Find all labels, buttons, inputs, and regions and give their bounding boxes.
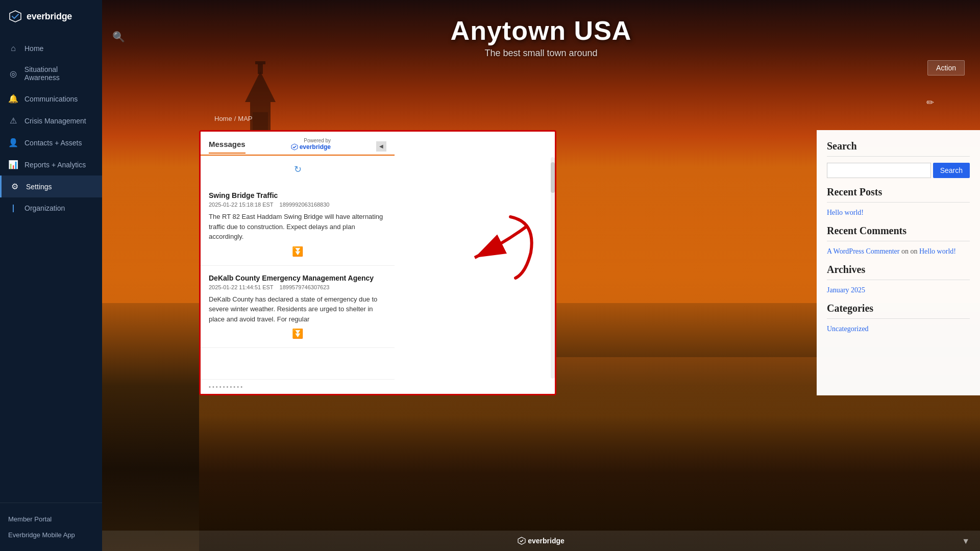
archive-link[interactable]: January 2025 xyxy=(827,286,865,294)
footer-brand-text: everbridge xyxy=(528,537,565,545)
main-content: Anytown USA The best small town around 🔍… xyxy=(102,0,980,551)
sidebar-item-communications[interactable]: 🔔 Communications xyxy=(0,88,102,110)
footer-logo-icon xyxy=(518,537,526,545)
footer-brand: everbridge xyxy=(518,537,565,545)
breadcrumb-current: MAP xyxy=(238,115,252,122)
edit-button[interactable]: ✏ xyxy=(926,97,934,108)
home-icon: ⌂ xyxy=(8,44,18,53)
message-id: 1899992063168830 xyxy=(280,202,330,208)
mobile-app-link[interactable]: Everbridge Mobile App xyxy=(8,527,94,543)
message-id: 1899579746307623 xyxy=(280,284,330,290)
messages-header: Messages Powered by everbridge xyxy=(201,132,395,156)
message-expand-button[interactable]: ⏬ xyxy=(209,246,386,257)
message-meta: 2025-01-22 11:44:51 EST 1899579746307623 xyxy=(209,284,386,290)
messages-loading: ↻ xyxy=(201,156,395,183)
messages-list[interactable]: Swing Bridge Traffic 2025-01-22 15:18:18… xyxy=(201,183,395,379)
comment-post-link[interactable]: Hello world! xyxy=(919,247,956,255)
organization-icon: | xyxy=(8,204,18,213)
powered-by: Powered by everbridge xyxy=(291,138,331,155)
settings-icon: ⚙ xyxy=(10,182,20,191)
sidebar-item-label: Organization xyxy=(24,204,65,212)
sidebar-item-label: Home xyxy=(24,44,43,53)
sidebar-item-label: Reports + Analytics xyxy=(24,161,86,169)
footer-text: • • • • • • • • • • xyxy=(209,384,242,390)
powered-by-brand: everbridge xyxy=(300,143,331,151)
logo-text: everbridge xyxy=(27,11,72,22)
recent-comments-heading: Recent Comments xyxy=(827,225,970,241)
messages-footer: • • • • • • • • • • xyxy=(201,379,395,394)
page-header: Anytown USA The best small town around xyxy=(102,0,980,69)
messages-panel-outer: Messages Powered by everbridge xyxy=(199,130,556,395)
situational-awareness-icon: ◎ xyxy=(8,69,18,79)
message-meta: 2025-01-22 15:18:18 EST 1899992063168830 xyxy=(209,202,386,208)
contacts-icon: 👤 xyxy=(8,138,18,147)
member-portal-link[interactable]: Member Portal xyxy=(8,511,94,527)
message-item: Swing Bridge Traffic 2025-01-22 15:18:18… xyxy=(201,183,395,266)
powered-by-logo: everbridge xyxy=(291,143,331,151)
message-body: DeKalb County has declared a state of em… xyxy=(209,294,386,324)
messages-panel: Messages Powered by everbridge xyxy=(201,132,395,394)
logo-area: everbridge xyxy=(0,0,102,33)
recent-posts-heading: Recent Posts xyxy=(827,186,970,203)
sidebar-item-label: Contacts + Assets xyxy=(24,139,82,147)
message-title: Swing Bridge Traffic xyxy=(209,191,386,199)
sidebar-footer: Member Portal Everbridge Mobile App xyxy=(0,503,102,551)
site-title: Anytown USA xyxy=(451,15,632,46)
archives-heading: Archives xyxy=(827,264,970,280)
sidebar-item-contacts-assets[interactable]: 👤 Contacts + Assets xyxy=(0,132,102,154)
sidebar-item-organization[interactable]: | Organization xyxy=(0,197,102,219)
everbridge-logo-icon xyxy=(8,9,22,23)
message-body: The RT 82 East Haddam Swing Bridge will … xyxy=(209,212,386,242)
reports-icon: 📊 xyxy=(8,160,18,169)
sidebar-item-label: Communications xyxy=(24,95,78,103)
communications-icon: 🔔 xyxy=(8,94,18,104)
sidebar-item-home[interactable]: ⌂ Home xyxy=(0,38,102,59)
scrollbar-track[interactable] xyxy=(551,157,555,379)
collapse-button[interactable]: ◀ xyxy=(376,141,386,152)
categories-heading: Categories xyxy=(827,303,970,319)
sidebar: everbridge ⌂ Home ◎ Situational Awarenes… xyxy=(0,0,102,551)
svg-marker-1 xyxy=(245,71,276,102)
scrollbar-thumb[interactable] xyxy=(551,162,555,193)
message-title: DeKalb County Emergency Management Agenc… xyxy=(209,274,386,282)
right-sidebar-panel: Search Search Recent Posts Hello world! … xyxy=(817,130,980,395)
search-input[interactable] xyxy=(827,163,931,178)
sidebar-item-label: Settings xyxy=(26,183,52,191)
breadcrumb: Home / MAP xyxy=(214,115,252,122)
search-button[interactable]: Search xyxy=(933,163,970,178)
messages-tab[interactable]: Messages xyxy=(209,140,246,154)
scroll-down-icon[interactable]: ▼ xyxy=(962,537,970,546)
sidebar-item-crisis-management[interactable]: ⚠ Crisis Management xyxy=(0,110,102,132)
search-heading: Search xyxy=(827,140,970,157)
refresh-icon: ↻ xyxy=(294,164,302,174)
sidebar-navigation: ⌂ Home ◎ Situational Awareness 🔔 Communi… xyxy=(0,33,102,503)
page-background: Anytown USA The best small town around 🔍… xyxy=(102,0,980,551)
message-expand-button[interactable]: ⏬ xyxy=(209,328,386,339)
page-footer: everbridge xyxy=(102,531,980,551)
search-row: Search xyxy=(827,163,970,178)
everbridge-small-logo xyxy=(291,143,298,151)
action-button[interactable]: Action xyxy=(927,60,965,76)
recent-post-link[interactable]: Hello world! xyxy=(827,209,864,216)
sidebar-item-situational-awareness[interactable]: ◎ Situational Awareness xyxy=(0,59,102,88)
site-title-block: Anytown USA The best small town around xyxy=(451,15,632,59)
message-item: DeKalb County Emergency Management Agenc… xyxy=(201,266,395,348)
sidebar-item-label: Situational Awareness xyxy=(24,65,94,82)
message-date: 2025-01-22 11:44:51 EST xyxy=(209,284,274,290)
recent-comment: A WordPress Commenter on on Hello world! xyxy=(827,247,970,256)
site-subtitle: The best small town around xyxy=(451,48,632,59)
content-search-icon[interactable]: 🔍 xyxy=(112,31,125,43)
sidebar-item-settings[interactable]: ⚙ Settings xyxy=(0,176,102,197)
sidebar-item-reports-analytics[interactable]: 📊 Reports + Analytics xyxy=(0,154,102,176)
breadcrumb-home[interactable]: Home xyxy=(214,115,232,122)
sidebar-item-label: Crisis Management xyxy=(24,117,86,125)
crisis-management-icon: ⚠ xyxy=(8,116,18,126)
widget-area: Messages Powered by everbridge xyxy=(199,130,980,531)
category-link[interactable]: Uncategorized xyxy=(827,325,869,333)
powered-by-label: Powered by xyxy=(304,138,331,143)
message-date: 2025-01-22 15:18:18 EST xyxy=(209,202,274,208)
comment-author-link[interactable]: A WordPress Commenter xyxy=(827,247,900,255)
comment-on-text: on xyxy=(901,247,909,255)
